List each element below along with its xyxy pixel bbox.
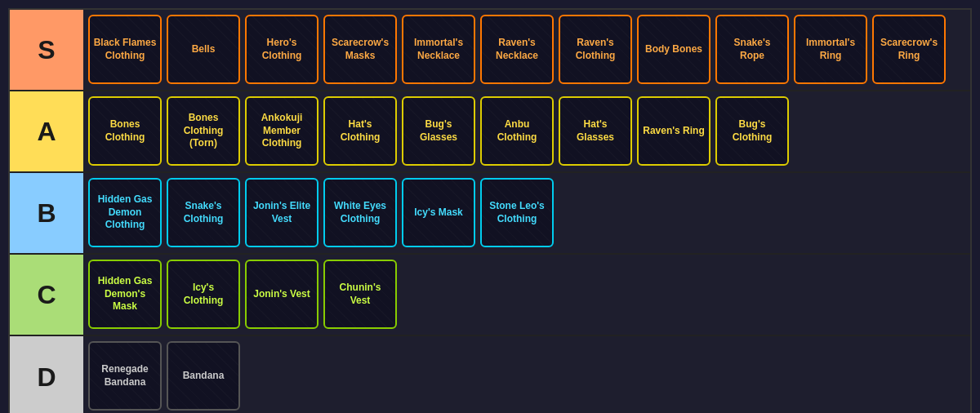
item-card[interactable]: Bug's Glasses bbox=[402, 96, 475, 166]
tier-items-b: Hidden Gas Demon ClothingSnake's Clothin… bbox=[83, 173, 970, 253]
tier-row-s: SBlack Flames ClothingBellsHero's Clothi… bbox=[10, 10, 970, 91]
item-card[interactable]: Immortal's Ring bbox=[794, 15, 867, 84]
item-card[interactable]: Snake's Clothing bbox=[167, 178, 240, 247]
item-card[interactable]: Hidden Gas Demon's Mask bbox=[88, 260, 162, 329]
tier-label-d: D bbox=[10, 336, 83, 413]
tier-row-b: BHidden Gas Demon ClothingSnake's Clothi… bbox=[10, 173, 970, 255]
item-card[interactable]: Hat's Clothing bbox=[323, 96, 397, 166]
tier-items-c: Hidden Gas Demon's MaskIcy's ClothingJon… bbox=[83, 255, 970, 335]
item-card[interactable]: Bones Clothing (Torn) bbox=[167, 96, 240, 166]
tier-label-c: C bbox=[10, 255, 83, 335]
item-card[interactable]: Scarecrow's Masks bbox=[323, 15, 397, 84]
item-card[interactable]: Anbu Clothing bbox=[480, 96, 554, 166]
item-card[interactable]: Icy's Mask bbox=[402, 178, 475, 247]
tier-items-a: Bones ClothingBones Clothing (Torn)Ankok… bbox=[83, 91, 970, 171]
tier-label-a: A bbox=[10, 91, 83, 171]
tier-row-d: DRenegade BandanaBandana bbox=[10, 336, 970, 413]
item-card[interactable]: Hat's Glasses bbox=[559, 96, 632, 166]
item-card[interactable]: Bells bbox=[167, 15, 240, 84]
item-card[interactable]: Stone Leo's Clothing bbox=[480, 178, 554, 247]
item-card[interactable]: Bones Clothing bbox=[88, 96, 162, 166]
item-card[interactable]: Black Flames Clothing bbox=[88, 15, 162, 84]
item-card[interactable]: Icy's Clothing bbox=[167, 260, 240, 329]
item-card[interactable]: Chunin's Vest bbox=[323, 260, 397, 329]
item-card[interactable]: Scarecrow's Ring bbox=[872, 15, 946, 84]
tier-label-s: S bbox=[10, 10, 83, 90]
tier-items-d: Renegade BandanaBandana bbox=[83, 336, 970, 413]
tier-list: SBlack Flames ClothingBellsHero's Clothi… bbox=[8, 8, 972, 413]
item-card[interactable]: Bandana bbox=[167, 341, 240, 411]
item-card[interactable]: Body Bones bbox=[637, 15, 710, 84]
item-card[interactable]: Raven's Ring bbox=[637, 96, 710, 166]
item-card[interactable]: Immortal's Necklace bbox=[402, 15, 475, 84]
item-card[interactable]: White Eyes Clothing bbox=[323, 178, 397, 247]
item-card[interactable]: Raven's Necklace bbox=[480, 15, 554, 84]
item-card[interactable]: Hero's Clothing bbox=[245, 15, 318, 84]
tier-row-a: ABones ClothingBones Clothing (Torn)Anko… bbox=[10, 91, 970, 173]
item-card[interactable]: Raven's Clothing bbox=[559, 15, 632, 84]
item-card[interactable]: Snake's Rope bbox=[715, 15, 789, 84]
item-card[interactable]: Ankokuji Member Clothing bbox=[245, 96, 318, 166]
item-card[interactable]: Bug's Clothing bbox=[715, 96, 789, 166]
item-card[interactable]: Jonin's Vest bbox=[245, 260, 318, 329]
item-card[interactable]: Jonin's Elite Vest bbox=[245, 178, 318, 247]
tier-label-b: B bbox=[10, 173, 83, 253]
item-card[interactable]: Renegade Bandana bbox=[88, 341, 162, 411]
item-card[interactable]: Hidden Gas Demon Clothing bbox=[88, 178, 162, 247]
tier-row-c: CHidden Gas Demon's MaskIcy's ClothingJo… bbox=[10, 255, 970, 336]
tier-items-s: Black Flames ClothingBellsHero's Clothin… bbox=[83, 10, 970, 90]
